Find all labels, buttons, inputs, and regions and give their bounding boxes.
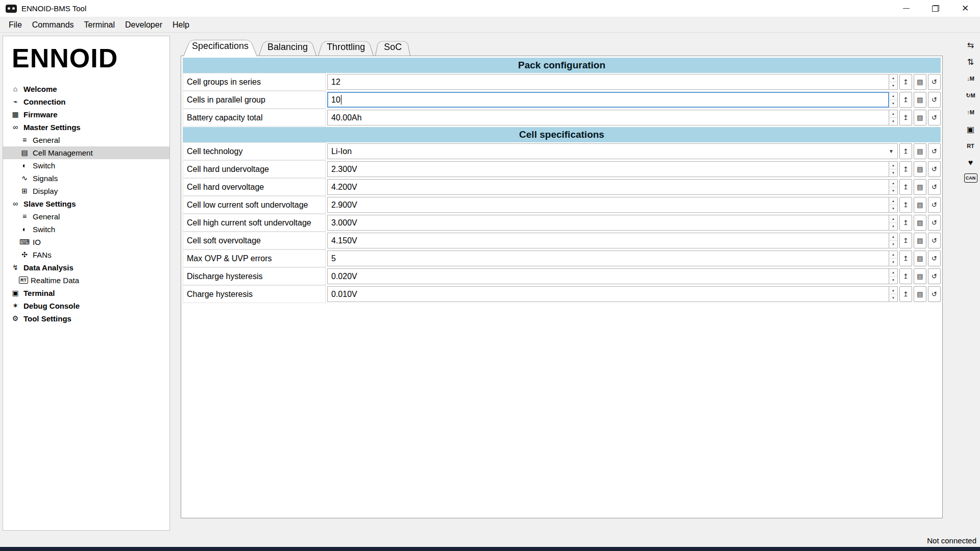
minimize-button[interactable] [891,0,921,17]
spin-up-button[interactable]: ▲ [889,269,897,276]
default-param-button[interactable]: ↺ [928,233,941,248]
default-param-button[interactable]: ↺ [928,179,941,195]
param-input[interactable]: 12 [327,74,889,90]
default-param-button[interactable]: ↺ [928,161,941,177]
spin-down-button[interactable]: ▼ [889,258,897,266]
sidebar-item-cell-management[interactable]: ▤Cell Management [3,146,169,159]
param-input[interactable]: 5 [327,251,889,266]
default-param-button[interactable]: ↺ [928,215,941,231]
menu-commands[interactable]: Commands [27,17,79,32]
write-param-button[interactable]: ↥ [899,74,912,90]
restore-button[interactable] [921,0,950,17]
param-dropdown[interactable]: Li-Ion▼ [327,143,898,159]
write-config-icon[interactable]: ↑M [964,106,977,118]
param-input[interactable]: 2.300V [327,161,889,177]
sidebar-item-signals[interactable]: ∿Signals [3,172,169,185]
can-forward-icon[interactable]: CAN [964,173,977,183]
write-param-button[interactable]: ↥ [899,161,912,177]
menu-file[interactable]: File [4,17,27,32]
spin-up-button[interactable]: ▲ [889,162,897,169]
spin-up-button[interactable]: ▲ [889,197,897,205]
read-default-config-icon[interactable]: ↻M [964,89,977,102]
default-param-button[interactable]: ↺ [928,110,941,126]
realtime-data-icon[interactable]: RT [964,140,977,152]
default-param-button[interactable]: ↺ [928,268,941,284]
spin-up-button[interactable]: ▲ [889,92,897,99]
spin-up-button[interactable]: ▲ [889,110,897,117]
sidebar-item-debug-console[interactable]: ✶Debug Console [3,299,169,312]
sidebar-item-switch[interactable]: ◐Switch [3,159,169,172]
connect-icon[interactable]: ⇆ [964,39,977,51]
default-param-button[interactable]: ↺ [928,143,941,159]
default-param-button[interactable]: ↺ [928,74,941,90]
spin-down-button[interactable]: ▼ [889,187,897,194]
param-input[interactable]: 4.200V [327,179,889,195]
param-input[interactable]: 10 [327,92,889,108]
tab-throttling[interactable]: Throttling [318,38,374,56]
read-param-button[interactable]: ▤ [914,286,926,302]
menu-developer[interactable]: Developer [120,17,167,32]
sidebar-item-data-analysis[interactable]: ↯Data Analysis [3,261,169,274]
write-param-button[interactable]: ↥ [899,233,912,248]
sidebar-item-realtime-data[interactable]: RTRealtime Data [3,274,169,287]
save-config-icon[interactable]: ▣ [964,123,977,135]
read-param-button[interactable]: ▤ [914,251,926,266]
menu-terminal[interactable]: Terminal [79,17,120,32]
sidebar-item-welcome[interactable]: ⌂Welcome [3,83,169,95]
write-param-button[interactable]: ↥ [899,268,912,284]
param-input[interactable]: 3.000V [327,215,889,231]
sidebar-item-general[interactable]: ≡General [3,210,169,223]
read-param-button[interactable]: ▤ [914,161,926,177]
spin-down-button[interactable]: ▼ [889,240,897,248]
spin-down-button[interactable]: ▼ [889,222,897,230]
read-param-button[interactable]: ▤ [914,92,926,108]
param-input[interactable]: 0.020V [327,268,889,284]
sidebar-item-display[interactable]: ⊞Display [3,185,169,197]
sidebar-item-general[interactable]: ≡General [3,134,169,146]
write-param-button[interactable]: ↥ [899,143,912,159]
spin-up-button[interactable]: ▲ [889,180,897,187]
default-param-button[interactable]: ↺ [928,92,941,108]
read-param-button[interactable]: ▤ [914,197,926,213]
heartbeat-icon[interactable]: ♥ [964,157,977,169]
tab-specifications[interactable]: Specifications [183,36,257,56]
spin-up-button[interactable]: ▲ [889,251,897,258]
spin-down-button[interactable]: ▼ [889,117,897,125]
spin-down-button[interactable]: ▼ [889,99,897,107]
tab-balancing[interactable]: Balancing [259,38,316,56]
menu-help[interactable]: Help [167,17,194,32]
spin-down-button[interactable]: ▼ [889,169,897,177]
write-param-button[interactable]: ↥ [899,215,912,231]
param-input[interactable]: 40.00Ah [327,110,889,126]
read-param-button[interactable]: ▤ [914,179,926,195]
sidebar-item-fans[interactable]: ✣FANs [3,248,169,261]
read-param-button[interactable]: ▤ [914,74,926,90]
sidebar-item-firmware[interactable]: ▦Firmware [3,108,169,121]
read-param-button[interactable]: ▤ [914,110,926,126]
spin-down-button[interactable]: ▼ [889,205,897,212]
read-param-button[interactable]: ▤ [914,215,926,231]
spin-down-button[interactable]: ▼ [889,82,897,89]
spin-down-button[interactable]: ▼ [889,294,897,302]
default-param-button[interactable]: ↺ [928,197,941,213]
sidebar-item-tool-settings[interactable]: ⚙Tool Settings [3,312,169,325]
param-input[interactable]: 0.010V [327,286,889,302]
default-param-button[interactable]: ↺ [928,286,941,302]
read-param-button[interactable]: ▤ [914,268,926,284]
reconnect-icon[interactable]: ⇅ [964,56,977,68]
write-param-button[interactable]: ↥ [899,179,912,195]
close-button[interactable] [950,0,980,17]
sidebar-item-terminal[interactable]: ▣Terminal [3,287,169,299]
sidebar-item-switch[interactable]: ◐Switch [3,223,169,236]
write-param-button[interactable]: ↥ [899,286,912,302]
sidebar-item-io[interactable]: ⌨IO [3,236,169,248]
write-param-button[interactable]: ↥ [899,251,912,266]
read-param-button[interactable]: ▤ [914,143,926,159]
default-param-button[interactable]: ↺ [928,251,941,266]
sidebar-item-slave-settings[interactable]: ∞Slave Settings [3,197,169,210]
spin-down-button[interactable]: ▼ [889,276,897,284]
sidebar-item-connection[interactable]: ⌁Connection [3,95,169,108]
tab-soc[interactable]: SoC [375,38,410,56]
spin-up-button[interactable]: ▲ [889,287,897,294]
read-param-button[interactable]: ▤ [914,233,926,248]
